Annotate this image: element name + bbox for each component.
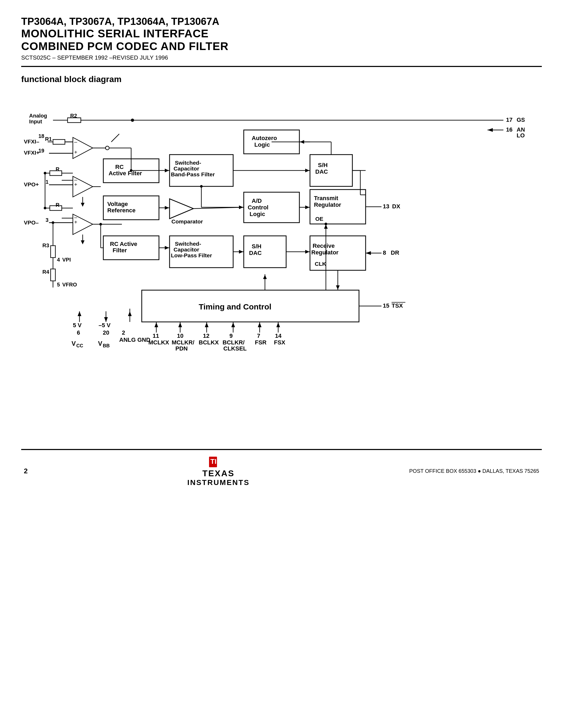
svg-marker-181 bbox=[128, 311, 132, 316]
svg-text:Switched-: Switched- bbox=[175, 160, 201, 166]
svg-text:VFXI+: VFXI+ bbox=[24, 150, 39, 156]
svg-text:VPO+: VPO+ bbox=[24, 181, 39, 187]
svg-marker-154 bbox=[305, 205, 310, 209]
svg-text:16: 16 bbox=[506, 126, 512, 133]
svg-text:BB: BB bbox=[103, 343, 110, 348]
svg-text:VFRO: VFRO bbox=[62, 282, 77, 287]
svg-point-221 bbox=[325, 223, 327, 225]
svg-text:Voltage: Voltage bbox=[107, 201, 128, 207]
ti-logo: TI TEXAS INSTRUMENTS bbox=[187, 455, 249, 487]
svg-marker-170 bbox=[336, 285, 340, 290]
functional-block-diagram: Analog Input R2 17 GSX 16 ANLG LOOP V bbox=[21, 89, 525, 433]
svg-text:10: 10 bbox=[177, 332, 183, 339]
svg-text:R: R bbox=[56, 166, 60, 172]
svg-text:V: V bbox=[98, 340, 102, 347]
svg-text:DR: DR bbox=[391, 249, 399, 256]
svg-marker-143 bbox=[165, 169, 169, 172]
svg-text:Control: Control bbox=[248, 204, 268, 211]
svg-marker-162 bbox=[165, 246, 169, 250]
svg-text:8: 8 bbox=[383, 249, 386, 256]
svg-text:RC: RC bbox=[115, 164, 124, 170]
top-divider bbox=[21, 66, 542, 67]
svg-marker-145 bbox=[305, 169, 310, 172]
svg-text:Low-Pass Filter: Low-Pass Filter bbox=[171, 252, 212, 258]
company-line2: INSTRUMENTS bbox=[187, 478, 249, 487]
svg-text:13: 13 bbox=[383, 203, 389, 210]
svg-text:4: 4 bbox=[57, 257, 60, 263]
svg-text:BCLKX: BCLKX bbox=[199, 339, 219, 346]
svg-text:FSX: FSX bbox=[274, 339, 286, 346]
svg-text:V: V bbox=[71, 340, 76, 347]
svg-rect-112 bbox=[103, 236, 159, 260]
svg-marker-198 bbox=[205, 322, 208, 327]
svg-text:S/H: S/H bbox=[252, 243, 261, 250]
svg-text:Analog: Analog bbox=[29, 113, 47, 119]
svg-text:TI: TI bbox=[210, 457, 216, 465]
ti-logo-icon: TI bbox=[208, 455, 229, 469]
svg-text:2: 2 bbox=[122, 329, 125, 336]
svg-text:Timing and Control: Timing and Control bbox=[199, 302, 271, 311]
svg-text:Input: Input bbox=[29, 119, 42, 124]
svg-marker-132 bbox=[366, 251, 371, 255]
svg-text:Comparator: Comparator bbox=[171, 218, 203, 224]
svg-text:DAC: DAC bbox=[249, 250, 262, 256]
svg-text:TSX: TSX bbox=[392, 302, 403, 309]
svg-text:S/H: S/H bbox=[318, 162, 328, 168]
svg-text:CC: CC bbox=[76, 343, 83, 348]
svg-text:CLKSEL: CLKSEL bbox=[223, 345, 247, 352]
svg-text:Active Filter: Active Filter bbox=[109, 170, 142, 177]
svg-marker-211 bbox=[276, 322, 280, 327]
svg-text:Logic: Logic bbox=[254, 141, 270, 148]
title-line3: COMBINED PCM CODEC AND FILTER bbox=[21, 40, 542, 53]
svg-text:R1: R1 bbox=[45, 136, 52, 142]
svg-marker-51 bbox=[81, 203, 84, 207]
svg-text:Filter: Filter bbox=[113, 247, 127, 254]
page-number: 2 bbox=[24, 467, 28, 475]
svg-text:LOOP: LOOP bbox=[517, 132, 525, 139]
svg-marker-168 bbox=[263, 275, 267, 279]
svg-point-33 bbox=[105, 146, 109, 150]
svg-text:VPO–: VPO– bbox=[24, 219, 39, 226]
svg-text:Logic: Logic bbox=[249, 211, 265, 217]
title-line1: TP3064A, TP3067A, TP13064A, TP13067A bbox=[21, 16, 542, 27]
svg-marker-202 bbox=[231, 322, 235, 327]
svg-text:ANLG GND: ANLG GND bbox=[119, 336, 150, 343]
svg-text:RC Active: RC Active bbox=[110, 241, 137, 247]
svg-rect-78 bbox=[51, 269, 55, 281]
svg-marker-164 bbox=[239, 250, 243, 254]
svg-text:MCLKX: MCLKX bbox=[148, 339, 169, 346]
svg-text:14: 14 bbox=[275, 332, 282, 339]
svg-marker-69 bbox=[81, 240, 84, 244]
svg-rect-72 bbox=[51, 246, 55, 258]
svg-marker-193 bbox=[178, 322, 182, 327]
svg-text:Transmit: Transmit bbox=[314, 195, 338, 201]
svg-text:7: 7 bbox=[257, 332, 260, 339]
svg-text:Capacitor: Capacitor bbox=[173, 165, 199, 172]
svg-text:6: 6 bbox=[77, 329, 80, 336]
svg-text:VFXI–: VFXI– bbox=[24, 138, 39, 145]
svg-text:5 V: 5 V bbox=[73, 322, 82, 329]
svg-marker-16 bbox=[488, 128, 493, 132]
svg-marker-106 bbox=[169, 199, 193, 219]
svg-marker-158 bbox=[165, 206, 169, 210]
svg-text:Regulator: Regulator bbox=[314, 201, 341, 208]
section-title: functional block diagram bbox=[21, 74, 542, 84]
svg-text:12: 12 bbox=[203, 332, 209, 339]
svg-text:1: 1 bbox=[46, 179, 48, 185]
svg-text:9: 9 bbox=[229, 332, 232, 339]
svg-line-35 bbox=[111, 134, 119, 142]
title-line2: MONOLITHIC SERIAL INTERFACE bbox=[21, 27, 542, 40]
svg-text:19: 19 bbox=[38, 148, 44, 154]
svg-text:11: 11 bbox=[153, 332, 159, 339]
svg-point-219 bbox=[200, 185, 203, 188]
bottom-divider bbox=[21, 449, 542, 450]
svg-text:17: 17 bbox=[506, 116, 512, 123]
header: TP3064A, TP3067A, TP13064A, TP13067A MON… bbox=[21, 16, 542, 61]
svg-text:VPI: VPI bbox=[62, 257, 71, 263]
svg-text:Switched-: Switched- bbox=[175, 241, 201, 247]
svg-point-220 bbox=[130, 169, 132, 172]
svg-text:Autozero: Autozero bbox=[252, 135, 277, 141]
svg-text:DX: DX bbox=[392, 203, 400, 210]
company-line1: TEXAS bbox=[202, 469, 235, 478]
footer: 2 TI TEXAS INSTRUMENTS POST OFFICE BOX 6… bbox=[21, 455, 542, 487]
